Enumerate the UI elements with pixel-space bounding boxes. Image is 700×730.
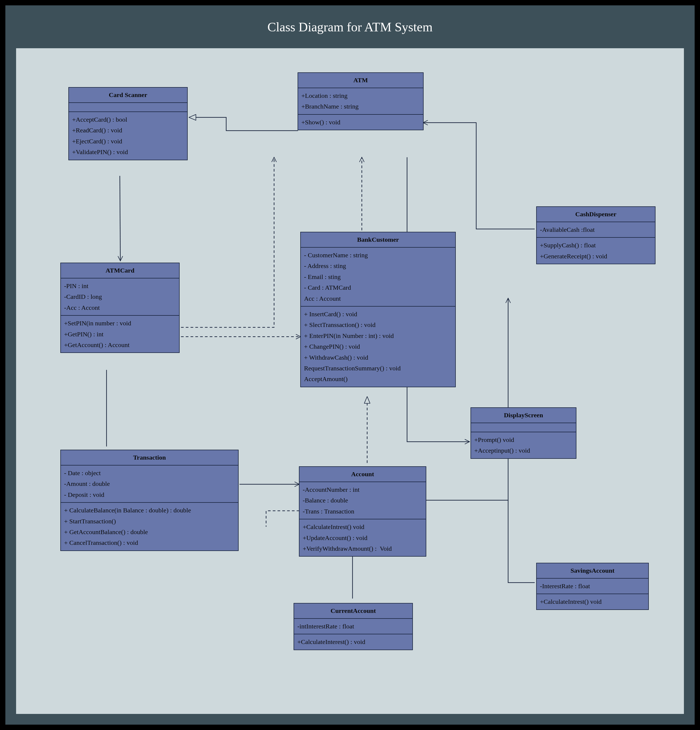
- class-attribute: -Acc : Accont: [64, 302, 176, 313]
- class-attribute: -intInterestRate : float: [297, 621, 409, 632]
- class-operation: +CalculateIntrest() void: [540, 596, 645, 607]
- class-attribute: - Deposit : void: [64, 489, 235, 500]
- class-operation: + CalculateBalance(in Balance : double) …: [64, 505, 235, 515]
- class-name: Account: [300, 467, 426, 482]
- class-attribute: - Email : sting: [304, 272, 452, 282]
- class-operation: +Prompt() void: [474, 434, 573, 445]
- class-transaction: Transaction - Date : object-Amount : dou…: [60, 450, 238, 551]
- page-title: Class Diagram for ATM System: [267, 20, 433, 34]
- class-attribute: - Card : ATMCard: [304, 282, 452, 293]
- class-attribute: - CustomerName : string: [304, 250, 452, 260]
- class-cash-dispenser: CashDispenser -AvaliableCash :float +Sup…: [536, 206, 656, 264]
- class-display-screen: DisplayScreen +Prompt() void+Acceptinput…: [471, 407, 576, 459]
- class-name: Transaction: [61, 450, 238, 466]
- class-operation: AcceptAmount(): [304, 374, 452, 384]
- class-attribute: -AvaliableCash :float: [540, 224, 652, 235]
- class-name: BankCustomer: [301, 232, 455, 248]
- class-bank-customer: BankCustomer - CustomerName : string- Ad…: [300, 232, 456, 387]
- class-operation: +GetAccount() : Account: [64, 340, 176, 350]
- class-operation: + EnterPIN(in Number : int) : void: [304, 330, 452, 341]
- class-operation: +Show() : void: [301, 117, 420, 127]
- class-operation: + WithdrawCash() : void: [304, 352, 452, 363]
- class-atm-card: ATMCard -PIN : int-CardID : long-Acc : A…: [60, 263, 180, 353]
- class-operation: + GetAccountBalance() : double: [64, 527, 235, 537]
- class-operation: +GenerateReceipt() : void: [540, 251, 652, 261]
- class-current-account: CurrentAccount -intInterestRate : float …: [294, 603, 413, 650]
- title-bar: Class Diagram for ATM System: [5, 5, 695, 48]
- class-operation: +VerifyWithdrawAmount() : Void: [303, 543, 422, 554]
- class-operation: +SupplyCash() : float: [540, 240, 652, 251]
- class-name: ATM: [298, 73, 423, 88]
- class-operation: +AcceptCard() : bool: [72, 114, 184, 125]
- class-name: CashDispenser: [537, 207, 655, 222]
- class-operation: +UpdateAccount() : void: [303, 533, 422, 543]
- class-attribute: -CardID : long: [64, 291, 176, 302]
- class-operation: + ChangePIN() : void: [304, 341, 452, 352]
- class-operation: RequestTransactionSummary() : void: [304, 363, 452, 374]
- class-operation: + InsertCard() : void: [304, 309, 452, 320]
- class-atm: ATM +Location : string+BranchName : stri…: [298, 72, 424, 130]
- class-operation: +Acceptinput() : void: [474, 445, 573, 456]
- class-name: SavingsAccount: [537, 563, 648, 578]
- class-operation: +SetPIN(in number : void: [64, 318, 176, 328]
- class-operation: +ReadCard() : void: [72, 125, 184, 136]
- class-operation: + SlectTranssaction() : void: [304, 320, 452, 330]
- class-name: CurrentAccount: [294, 603, 412, 619]
- diagram-canvas: Card Scanner +AcceptCard() : bool+ReadCa…: [16, 48, 684, 714]
- class-operation: +GetPIN() : int: [64, 329, 176, 340]
- class-attribute: Acc : Account: [304, 293, 452, 304]
- class-attribute: +BranchName : string: [301, 101, 420, 112]
- diagram-frame: Class Diagram for ATM System: [5, 5, 695, 725]
- class-attribute: - Date : object: [64, 468, 235, 478]
- class-operation: +ValidatePIN() : void: [72, 147, 184, 157]
- class-attribute: -Amount : double: [64, 478, 235, 489]
- class-attribute: -InterestRate : float: [540, 581, 645, 591]
- class-attribute: +Location : string: [301, 90, 420, 101]
- class-name: ATMCard: [61, 263, 179, 279]
- class-attribute: - Address : sting: [304, 260, 452, 271]
- class-operation: +EjectCard() : void: [72, 136, 184, 147]
- class-attribute: -PIN : int: [64, 280, 176, 291]
- class-name: Card Scanner: [69, 88, 187, 103]
- class-savings-account: SavingsAccount -InterestRate : float +Ca…: [536, 563, 649, 610]
- class-operation: + StartTransaction(): [64, 516, 235, 527]
- class-card-scanner: Card Scanner +AcceptCard() : bool+ReadCa…: [69, 87, 188, 160]
- class-attribute: -Balance : double: [303, 495, 422, 506]
- class-name: DisplayScreen: [471, 408, 576, 423]
- class-operation: +CalculateInterest() : void: [297, 637, 409, 647]
- class-attribute: -AccountNumber : int: [303, 484, 422, 495]
- class-attribute: -Trans : Transaction: [303, 506, 422, 517]
- class-account: Account -AccountNumber : int-Balance : d…: [299, 466, 426, 556]
- class-operation: +CalculateIntrest() void: [303, 521, 422, 532]
- class-operation: + CancelTransaction() : void: [64, 537, 235, 548]
